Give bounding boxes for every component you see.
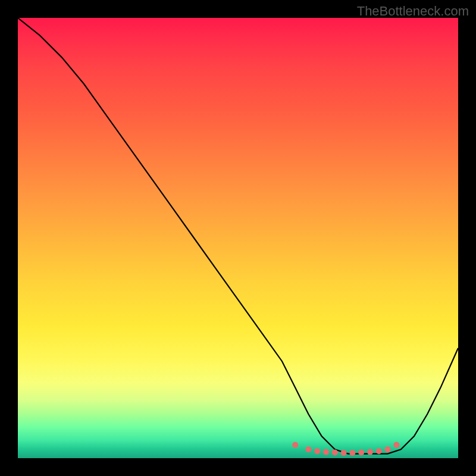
watermark: TheBottleneck.com (357, 4, 469, 19)
marker-dot (367, 449, 373, 455)
marker-dot (332, 449, 338, 455)
bottleneck-curve (18, 18, 458, 454)
marker-dot (341, 450, 347, 456)
marker-dot (305, 446, 311, 452)
chart-svg (18, 18, 458, 458)
marker-dot (376, 448, 382, 454)
marker-dot (393, 442, 399, 448)
marker-dot (358, 449, 364, 455)
marker-dot (292, 442, 298, 448)
marker-dot (314, 448, 320, 454)
marker-dot (349, 450, 355, 456)
marker-dot (385, 446, 391, 452)
marker-dot (323, 449, 329, 455)
plot-area (18, 18, 458, 458)
